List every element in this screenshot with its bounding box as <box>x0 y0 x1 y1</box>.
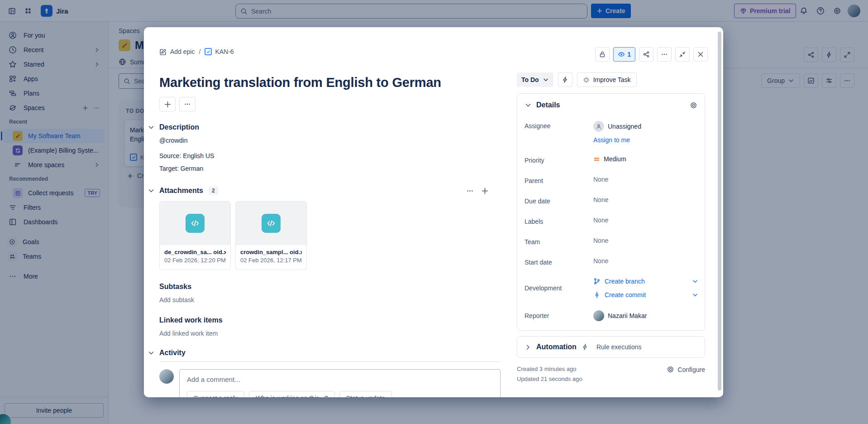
attachment-date: 02 Feb 2026, 12:17 PM <box>240 257 302 264</box>
due-date-label: Due date <box>525 196 593 205</box>
rule-executions-link[interactable]: Rule executions <box>596 343 642 351</box>
start-date-value[interactable]: None <box>593 257 608 265</box>
add-linked-item-button[interactable]: Add linked work item <box>159 330 501 337</box>
chevron-down-icon <box>148 187 155 194</box>
priority-label: Priority <box>525 155 593 164</box>
xml-file-icon <box>186 214 205 233</box>
assignee-name: Unassigned <box>608 123 641 130</box>
chevron-down-icon <box>543 77 549 83</box>
linked-items-heading: Linked work items <box>159 316 223 324</box>
close-icon <box>697 51 704 58</box>
work-item-key-label: KAN-6 <box>215 48 234 55</box>
attachment-date: 02 Feb 2026, 12:20 PM <box>164 257 226 264</box>
branch-icon <box>593 278 601 285</box>
breadcrumb-separator: / <box>199 48 200 55</box>
modal-scrollbar[interactable] <box>718 32 721 390</box>
add-epic-icon <box>159 48 167 56</box>
development-label: Development <box>525 284 593 292</box>
automation-panel[interactable]: Automation Rule executions <box>517 336 705 358</box>
add-epic-button[interactable]: Add epic <box>159 48 195 56</box>
attachments-section-header[interactable]: Attachments 2 <box>159 187 501 195</box>
linked-items-section-header: Linked work items <box>159 316 501 324</box>
subtasks-heading: Subtasks <box>159 283 191 291</box>
improve-task-button[interactable]: Improve Task <box>577 72 637 87</box>
priority-medium-icon <box>593 156 600 163</box>
details-panel: Details Assignee Unassigned Assign to me <box>517 93 705 331</box>
quick-reply-suggest[interactable]: Suggest a reply <box>187 391 244 397</box>
current-user-avatar <box>159 369 174 384</box>
description-mention[interactable]: @crowdin <box>159 136 501 145</box>
quick-reply-status-update[interactable]: Status update <box>339 391 392 397</box>
attachment-card[interactable]: crowdin_sampl... oid.xml 02 Feb 2026, 12… <box>235 201 307 270</box>
chevron-down-icon <box>148 124 155 131</box>
reporter-label: Reporter <box>525 312 593 319</box>
parent-label: Parent <box>525 176 593 184</box>
watch-button[interactable]: 1 <box>613 47 635 62</box>
create-commit-label: Create commit <box>605 291 646 299</box>
priority-value[interactable]: Medium <box>593 155 626 163</box>
create-commit-button[interactable]: Create commit <box>593 291 698 299</box>
description-target: Target: German <box>159 164 501 173</box>
assignee-value[interactable]: Unassigned <box>593 121 641 132</box>
attachment-card[interactable]: de_crowdin_sa... oid.xml 02 Feb 2026, 12… <box>159 201 231 270</box>
assign-to-me-link[interactable]: Assign to me <box>593 136 641 144</box>
configure-label: Configure <box>677 366 705 373</box>
reporter-avatar <box>593 310 604 321</box>
description-source: Source: English US <box>159 151 501 160</box>
unassigned-avatar-icon <box>593 121 604 132</box>
task-type-icon <box>205 48 212 55</box>
improve-task-label: Improve Task <box>593 76 631 83</box>
add-subtask-button[interactable]: Add subtask <box>159 296 501 304</box>
status-dropdown[interactable]: To Do <box>517 72 553 87</box>
collapse-modal-button[interactable] <box>675 47 690 62</box>
create-branch-button[interactable]: Create branch <box>593 278 698 285</box>
created-timestamp: Created 3 minutes ago <box>517 364 582 374</box>
activity-divider <box>159 361 501 362</box>
restrict-access-button[interactable] <box>595 47 610 62</box>
chevron-down-icon[interactable] <box>525 101 532 109</box>
team-value[interactable]: None <box>593 237 608 244</box>
chevron-down-icon <box>692 292 698 298</box>
add-epic-label: Add epic <box>170 48 195 55</box>
comment-input[interactable] <box>187 376 493 383</box>
add-attachment-icon[interactable] <box>481 187 489 195</box>
quick-add-button[interactable] <box>159 97 176 111</box>
team-label: Team <box>525 237 593 246</box>
watch-eye-icon <box>618 51 625 58</box>
details-settings-button[interactable] <box>690 101 697 109</box>
plus-icon <box>164 101 172 108</box>
comment-box[interactable]: Suggest a reply Who is working on this..… <box>179 369 501 397</box>
parent-value[interactable]: None <box>593 176 608 183</box>
watchers-count: 1 <box>627 51 631 58</box>
work-item-modal: 1 Add epic / KAN-6 <box>144 27 723 397</box>
labels-value[interactable]: None <box>593 217 608 224</box>
configure-button[interactable]: Configure <box>667 364 705 373</box>
attachment-filename: crowdin_sampl... oid.xml <box>240 249 302 255</box>
share-icon <box>643 51 650 58</box>
attachment-filename: de_crowdin_sa... oid.xml <box>164 249 226 255</box>
lightning-icon <box>562 76 569 83</box>
lightning-icon <box>582 343 589 351</box>
automation-quick-button[interactable] <box>558 72 572 87</box>
description-section-header[interactable]: Description <box>159 123 501 131</box>
create-branch-label: Create branch <box>605 278 645 285</box>
work-item-key[interactable]: KAN-6 <box>205 48 234 55</box>
commit-icon <box>593 291 601 299</box>
reporter-name: Nazarii Makar <box>608 312 647 319</box>
attachments-count-badge: 2 <box>209 187 218 195</box>
reporter-value[interactable]: Nazarii Makar <box>593 310 647 321</box>
activity-heading: Activity <box>159 349 186 357</box>
updated-timestamp: Updated 21 seconds ago <box>517 374 582 384</box>
quick-actions-more-button[interactable] <box>179 97 196 111</box>
work-item-title[interactable]: Marketing translation from English to Ge… <box>159 74 501 91</box>
close-modal-button[interactable] <box>693 47 708 62</box>
share-button[interactable] <box>639 47 653 62</box>
status-label: To Do <box>521 76 539 83</box>
modal-more-button[interactable] <box>657 47 672 62</box>
activity-section-header[interactable]: Activity <box>159 349 501 357</box>
attachments-more-icon[interactable] <box>466 187 474 195</box>
quick-reply-who-working[interactable]: Who is working on this...? <box>249 391 335 397</box>
assignee-label: Assignee <box>525 121 593 130</box>
gear-icon <box>667 366 674 373</box>
due-date-value[interactable]: None <box>593 196 608 203</box>
